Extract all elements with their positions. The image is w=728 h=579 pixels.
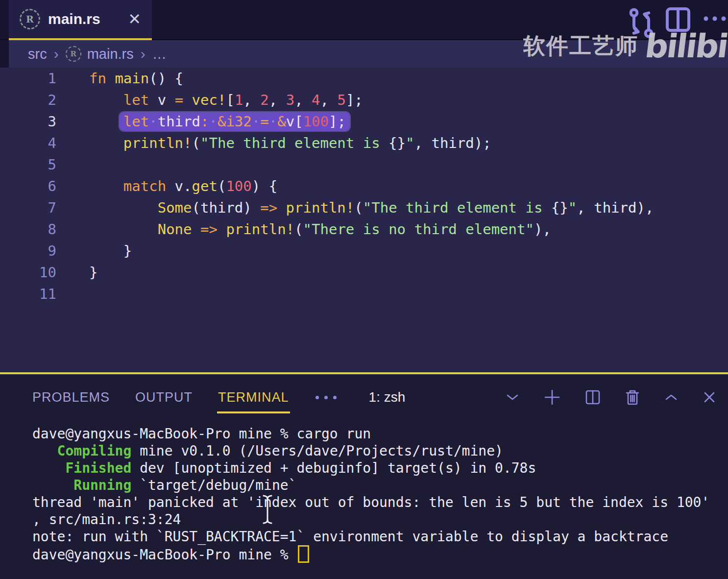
terminal-line: Finished dev [unoptimized + debuginfo] t… (32, 459, 728, 477)
line-number: 2 (0, 89, 56, 111)
line-number: 7 (0, 197, 56, 218)
line-number: 4 (0, 132, 56, 154)
terminal-line: Running `target/debug/mine` (32, 477, 728, 494)
terminal-line: Compiling mine v0.1.0 (/Users/dave/Proje… (32, 442, 728, 459)
code-editor[interactable]: 1fn main() {2 let v = vec![1, 2, 3, 4, 5… (0, 68, 728, 372)
code-line-2[interactable]: 2 let v = vec![1, 2, 3, 4, 5]; (0, 89, 728, 111)
trash-icon[interactable] (625, 389, 640, 406)
code-line-1[interactable]: 1fn main() { (0, 68, 728, 89)
code-line-11[interactable]: 11 (0, 283, 728, 305)
line-number: 10 (0, 262, 56, 283)
close-icon[interactable] (703, 390, 716, 404)
split-editor-icon[interactable] (665, 7, 691, 32)
breadcrumb-item-src[interactable]: src (28, 46, 47, 62)
split-panel-icon[interactable] (585, 389, 601, 405)
line-number: 5 (0, 154, 56, 175)
line-number: 1 (0, 68, 56, 89)
code-text: fn main() { (89, 68, 183, 89)
code-line-10[interactable]: 10} (0, 262, 728, 283)
panel-more-icon[interactable] (315, 396, 337, 399)
breadcrumb: src›Rmain.rs›… (0, 40, 728, 68)
line-number: 8 (0, 218, 56, 240)
bottom-panel: PROBLEMSOUTPUTTERMINAL 1: zsh dave@yangx… (0, 374, 728, 579)
code-text: println!("The third element is {}", thir… (89, 132, 491, 154)
code-text: Some(third) => println!("The third eleme… (89, 197, 654, 218)
terminal-line: thread 'main' panicked at 'index out of … (32, 494, 728, 511)
breadcrumb-separator-icon: › (141, 46, 146, 62)
rust-file-icon: R (20, 9, 40, 29)
close-icon[interactable]: ✕ (128, 11, 141, 27)
selection-highlight: let·third:·&i32·=·&v[100]; (120, 112, 350, 131)
code-line-7[interactable]: 7 Some(third) => println!("The third ele… (0, 197, 728, 218)
line-number: 9 (0, 240, 56, 262)
code-line-3[interactable]: 3 let·third:·&i32·=·&v[100]; (0, 111, 728, 132)
terminal-shell-selector[interactable]: 1: zsh (369, 389, 406, 405)
terminal-line: , src/main.rs:3:24 (32, 511, 728, 528)
code-line-9[interactable]: 9 } (0, 240, 728, 262)
tab-main-rs[interactable]: R main.rs ✕ (9, 0, 152, 40)
panel-tab-terminal[interactable]: TERMINAL (218, 390, 289, 405)
code-line-5[interactable]: 5 (0, 154, 728, 175)
vscode-window: R main.rs ✕ 软件工艺师 (0, 0, 728, 579)
terminal-line: note: run with `RUST_BACKTRACE=1` enviro… (32, 528, 728, 545)
panel-tab-problems[interactable]: PROBLEMS (32, 390, 110, 405)
code-text: let v = vec![1, 2, 3, 4, 5]; (89, 89, 363, 111)
line-number: 11 (0, 283, 56, 305)
terminal-line: dave@yangxus-MacBook-Pro mine % (32, 545, 728, 562)
plus-icon[interactable] (544, 389, 560, 406)
chevron-up-icon[interactable] (664, 393, 678, 402)
panel-actions (506, 389, 728, 406)
code-text: } (89, 262, 97, 283)
breadcrumb-item-[interactable]: … (152, 46, 167, 62)
code-text: let·third:·&i32·=·&v[100]; (89, 111, 346, 132)
editor-tab-bar: R main.rs ✕ (0, 0, 728, 40)
panel-header: PROBLEMSOUTPUTTERMINAL 1: zsh (0, 374, 728, 420)
tab-title: main.rs (48, 11, 100, 27)
line-number: 3 (0, 111, 56, 132)
terminal-output[interactable]: dave@yangxus-MacBook-Pro mine % cargo ru… (32, 425, 728, 579)
code-text: None => println!("There is no third elem… (89, 218, 551, 240)
breadcrumb-separator-icon: › (54, 46, 59, 62)
rust-file-icon: R (66, 46, 81, 62)
code-text: } (89, 240, 132, 262)
code-line-8[interactable]: 8 None => println!("There is no third el… (0, 218, 728, 240)
code-text: match v.get(100) { (89, 175, 277, 197)
chevron-down-icon[interactable] (506, 393, 519, 402)
terminal-line: dave@yangxus-MacBook-Pro mine % cargo ru… (32, 425, 728, 442)
terminal-cursor (298, 545, 309, 563)
panel-tab-output[interactable]: OUTPUT (135, 390, 193, 405)
more-actions-icon[interactable] (702, 14, 728, 24)
breadcrumb-item-mainrs[interactable]: Rmain.rs (66, 46, 134, 62)
code-line-6[interactable]: 6 match v.get(100) { (0, 175, 728, 197)
arrow-swap-icon[interactable] (628, 8, 655, 38)
line-number: 6 (0, 175, 56, 197)
code-line-4[interactable]: 4 println!("The third element is {}", th… (0, 132, 728, 154)
